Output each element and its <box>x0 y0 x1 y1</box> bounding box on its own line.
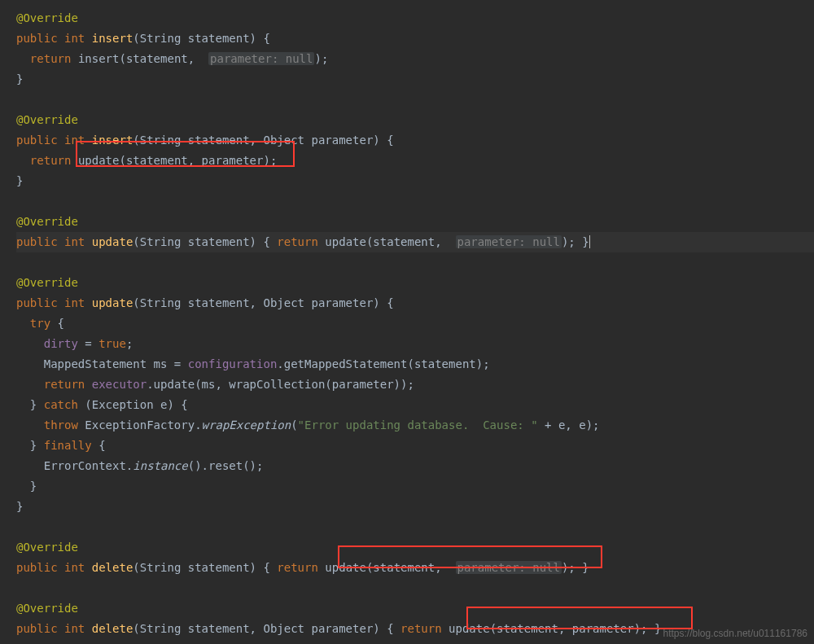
method-delete-2: delete <box>92 622 133 635</box>
method-insert: insert <box>92 32 133 45</box>
code-line: @Override <box>16 110 814 130</box>
field-executor: executor <box>92 378 147 391</box>
code-line: public int update(String statement, Obje… <box>16 293 814 313</box>
annotation: @Override <box>16 276 78 289</box>
code-line: } catch (Exception e) { <box>16 395 814 415</box>
static-method: wrapException <box>202 418 291 432</box>
string-literal: "Error updating database. Cause: " <box>298 418 538 432</box>
code-line: try { <box>16 313 814 334</box>
field-configuration: configuration <box>188 357 278 370</box>
code-line: return executor.update(ms, wrapCollectio… <box>16 375 814 395</box>
method-delete: delete <box>92 561 133 574</box>
code-line: @Override <box>16 8 814 28</box>
code-line: dirty = true; <box>16 334 814 354</box>
code-line <box>16 517 814 537</box>
code-line: } <box>16 476 814 497</box>
code-line: throw ExceptionFactory.wrapException("Er… <box>16 415 814 436</box>
code-line-active: public int update(String statement) { re… <box>16 232 814 252</box>
code-line: @Override <box>16 273 814 293</box>
annotation: @Override <box>16 113 78 126</box>
update-call: update(statement, <box>325 561 455 574</box>
code-editor[interactable]: @Override public int insert(String state… <box>0 0 814 644</box>
code-line: } <box>16 497 814 517</box>
parameter-hint: parameter: null <box>456 235 562 248</box>
text-cursor <box>589 235 590 248</box>
code-line: return update(statement, parameter); <box>16 151 814 171</box>
code-line <box>16 90 814 110</box>
static-method: instance <box>133 459 187 472</box>
parameter-hint: parameter: null <box>456 561 562 574</box>
annotation: @Override <box>16 11 78 24</box>
annotation: @Override <box>16 541 78 554</box>
method-update: update <box>92 235 133 248</box>
code-line: return insert(statement, parameter: null… <box>16 49 814 69</box>
code-line: @Override <box>16 212 814 232</box>
field-dirty: dirty <box>44 337 78 350</box>
code-line: @Override <box>16 537 814 558</box>
code-line: public int insert(String statement, Obje… <box>16 130 814 151</box>
watermark: https://blog.csdn.net/u011161786 <box>663 628 807 639</box>
annotation: @Override <box>16 215 78 228</box>
update-call: update(statement, parameter); <box>78 154 277 167</box>
update-call: update(statement, parameter); <box>449 622 647 635</box>
code-line <box>16 578 814 598</box>
code-line: public int delete(String statement) { re… <box>16 558 814 578</box>
code-line: public int insert(String statement) { <box>16 28 814 49</box>
code-line <box>16 191 814 212</box>
code-line <box>16 252 814 273</box>
method-insert-2: insert <box>92 134 133 147</box>
parameter-hint: parameter: null <box>208 52 314 65</box>
code-line: MappedStatement ms = configuration.getMa… <box>16 354 814 375</box>
code-line: ErrorContext.instance().reset(); <box>16 456 814 476</box>
code-line: } <box>16 69 814 90</box>
code-line: } finally { <box>16 436 814 456</box>
method-update-2: update <box>92 296 133 309</box>
annotation: @Override <box>16 602 78 615</box>
code-line: } <box>16 171 814 191</box>
code-line: @Override <box>16 598 814 619</box>
